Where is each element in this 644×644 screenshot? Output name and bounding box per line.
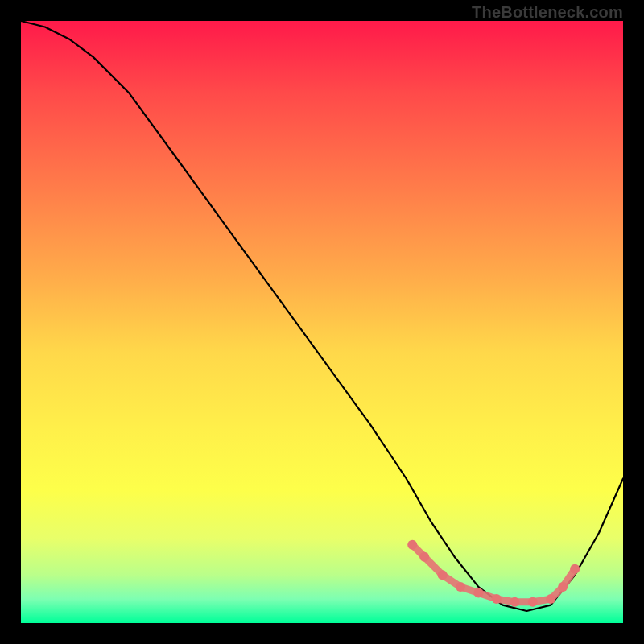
marker-dot [438,570,448,580]
marker-group [407,540,580,607]
marker-dot [510,597,519,607]
marker-dot [407,540,417,550]
marker-dot [558,582,568,592]
watermark-text: TheBottleneck.com [472,3,623,22]
marker-dot [474,588,484,598]
plot-area [21,21,623,623]
marker-dot [419,552,429,562]
marker-dot [546,594,555,604]
chart-stage: TheBottleneck.com [0,0,644,644]
marker-dot [456,582,465,592]
chart-svg [21,21,623,623]
marker-dot [570,564,580,574]
marker-segment [412,545,575,602]
marker-dot [528,597,538,607]
marker-dot [492,594,502,604]
series-curve [21,21,623,611]
curve-path-group [21,21,623,611]
